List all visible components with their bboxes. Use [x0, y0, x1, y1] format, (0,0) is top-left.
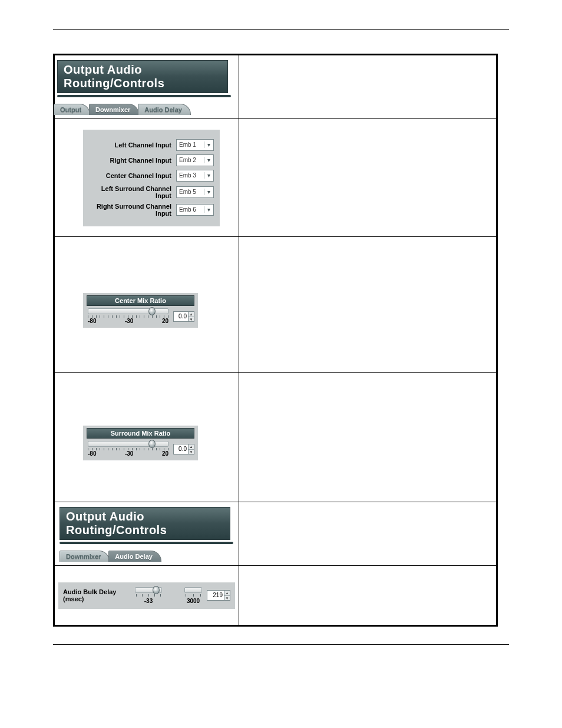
tab-downmixer[interactable]: Downmixer	[89, 104, 139, 115]
left-channel-label: Left Channel Input	[89, 141, 171, 149]
center-mix-spinner[interactable]: 0.0 ▲ ▼	[173, 311, 194, 322]
left-channel-select[interactable]: Emb 1 ▾	[176, 139, 214, 151]
section-title-1: Output Audio Routing/Controls	[57, 60, 228, 93]
bulk-delay-label: Audio Bulk Delay (msec)	[63, 588, 134, 602]
center-mix-card: Center Mix Ratio -80 -30	[83, 293, 198, 328]
surround-mix-value[interactable]: 0.0	[173, 444, 189, 454]
surround-mix-title: Surround Mix Ratio	[87, 428, 194, 439]
tab-downmixer-2[interactable]: Downmixer	[59, 551, 110, 562]
center-channel-select[interactable]: Emb 3 ▾	[176, 170, 214, 182]
tab-output[interactable]: Output	[54, 104, 90, 115]
bulk-delay-down[interactable]: ▼	[224, 596, 230, 601]
center-mix-scale-max: 20	[162, 318, 168, 324]
bulk-delay-up[interactable]: ▲	[224, 591, 230, 596]
tabs-group-1: Output Downmixer Audio Delay	[54, 101, 190, 115]
center-mix-down[interactable]: ▼	[189, 317, 194, 322]
surround-mix-slider[interactable]	[88, 441, 168, 447]
center-mix-value[interactable]: 0.0	[173, 311, 189, 322]
bulk-delay-value[interactable]: 219	[207, 590, 224, 601]
controls-table: Output Audio Routing/Controls Output Dow…	[53, 54, 498, 627]
right-channel-label: Right Channel Input	[89, 157, 171, 164]
ls-channel-value: Emb 5	[177, 189, 204, 195]
chevron-down-icon: ▾	[204, 172, 213, 179]
section-divider-2	[59, 542, 233, 544]
center-mix-thumb[interactable]	[148, 307, 156, 315]
rs-channel-label: Right Surround Channel Input	[89, 203, 171, 217]
center-channel-value: Emb 3	[177, 172, 204, 179]
rs-channel-select[interactable]: Emb 6 ▾	[176, 204, 214, 216]
tab-audio-delay[interactable]: Audio Delay	[138, 104, 191, 115]
surround-mix-spinner[interactable]: 0.0 ▲ ▼	[173, 444, 194, 454]
left-channel-value: Emb 1	[177, 141, 204, 148]
chevron-down-icon: ▾	[204, 189, 213, 195]
center-mix-slider[interactable]	[88, 308, 168, 314]
ls-channel-label: Left Surround Channel Input	[89, 185, 171, 199]
surround-mix-scale-mid: -30	[125, 450, 133, 457]
right-channel-value: Emb 2	[177, 157, 204, 163]
ls-channel-select[interactable]: Emb 5 ▾	[176, 186, 214, 198]
surround-mix-down[interactable]: ▼	[189, 450, 194, 454]
channel-inputs-card: Left Channel Input Emb 1 ▾ Right Channel…	[83, 130, 220, 226]
bulk-delay-scale-max: 3000	[187, 598, 200, 604]
bulk-delay-spinner[interactable]: 219 ▲ ▼	[207, 590, 230, 601]
page-top-rule	[53, 29, 509, 30]
section-title-2: Output Audio Routing/Controls	[59, 507, 230, 540]
surround-mix-scale-max: 20	[162, 450, 168, 457]
page-bottom-rule	[53, 644, 509, 645]
chevron-down-icon: ▾	[204, 206, 213, 213]
rs-channel-value: Emb 6	[177, 206, 204, 213]
center-mix-title: Center Mix Ratio	[87, 295, 194, 306]
bulk-delay-card: Audio Bulk Delay (msec) -33	[58, 582, 235, 609]
bulk-delay-thumb[interactable]	[153, 586, 160, 594]
surround-mix-scale-min: -80	[88, 450, 96, 457]
surround-mix-card: Surround Mix Ratio -80 -30	[83, 426, 198, 460]
center-mix-scale-min: -80	[88, 318, 96, 324]
right-channel-select[interactable]: Emb 2 ▾	[176, 154, 214, 166]
section-divider-1	[57, 95, 231, 97]
surround-mix-up[interactable]: ▲	[189, 444, 194, 450]
center-mix-scale-mid: -30	[125, 318, 133, 324]
center-channel-label: Center Channel Input	[89, 172, 171, 179]
chevron-down-icon: ▾	[204, 141, 213, 148]
tabs-group-2: Downmixer Audio Delay	[59, 548, 160, 562]
chevron-down-icon: ▾	[204, 157, 213, 163]
bulk-delay-slider-left[interactable]	[135, 587, 162, 593]
surround-mix-thumb[interactable]	[148, 440, 156, 448]
bulk-delay-slider-right[interactable]	[184, 587, 202, 593]
center-mix-up[interactable]: ▲	[189, 312, 194, 317]
bulk-delay-scale-min: -33	[144, 598, 153, 604]
tab-audio-delay-2[interactable]: Audio Delay	[108, 551, 161, 562]
